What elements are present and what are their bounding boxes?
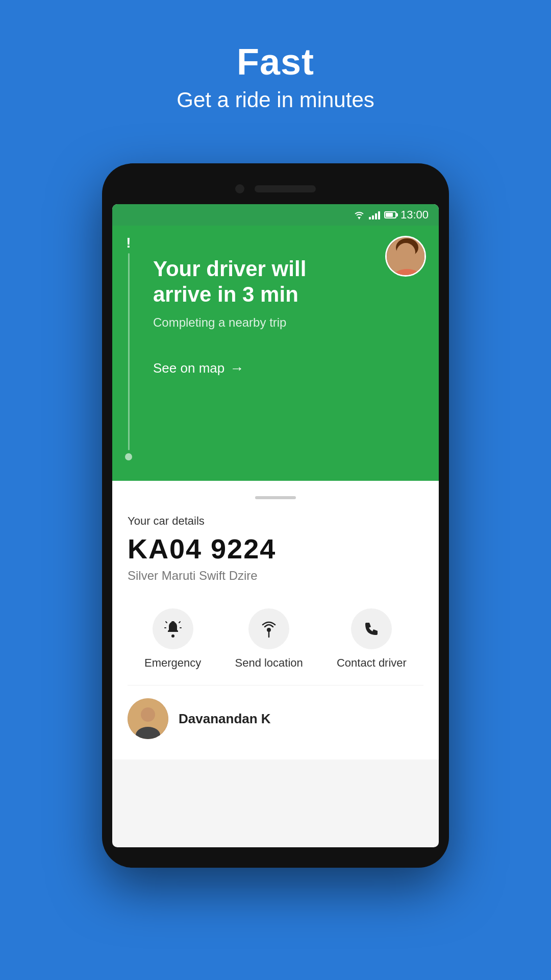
- bottom-driver-face-svg: [128, 698, 168, 739]
- left-bar-line: [128, 253, 130, 450]
- car-model-text: Silver Maruti Swift Dzire: [128, 569, 423, 583]
- bell-alert-icon: [164, 620, 182, 638]
- phone-top-bar: [112, 174, 439, 204]
- car-details-label: Your car details: [128, 514, 423, 528]
- wifi-icon: [354, 210, 365, 219]
- send-location-button[interactable]: Send location: [235, 608, 303, 670]
- driver-avatar-image: [387, 237, 424, 275]
- location-broadcast-icon: [260, 620, 278, 638]
- svg-rect-5: [171, 621, 174, 623]
- emergency-icon-circle: [153, 608, 193, 649]
- svg-point-6: [171, 634, 174, 638]
- action-buttons-row: Emergency Send location: [128, 603, 423, 685]
- green-card: !: [112, 226, 439, 481]
- send-location-label: Send location: [235, 656, 303, 670]
- front-camera: [235, 184, 244, 193]
- svg-marker-0: [358, 217, 361, 219]
- page-title: Fast: [0, 41, 551, 83]
- arrival-subtitle: Completing a nearby trip: [153, 315, 423, 330]
- svg-point-2: [396, 238, 418, 257]
- exclamation-mark: !: [126, 236, 131, 250]
- see-on-map-label: See on map: [153, 360, 224, 376]
- phone-mockup: 13:00 !: [102, 163, 449, 868]
- phone-screen: 13:00 !: [112, 204, 439, 847]
- see-on-map-button[interactable]: See on map →: [153, 360, 423, 377]
- arrival-title: Your driver will arrive in 3 min: [153, 256, 423, 308]
- send-location-icon-circle: [248, 608, 289, 649]
- phone-icon: [362, 620, 381, 638]
- header-section: Fast Get a ride in minutes: [0, 0, 551, 133]
- bottom-driver-row: Davanandan K: [128, 685, 423, 744]
- left-bar: !: [125, 236, 132, 460]
- driver-avatar: [385, 236, 426, 277]
- white-card: Your car details KA04 9224 Silver Maruti…: [112, 481, 439, 760]
- signal-icon: [369, 210, 380, 219]
- status-bar: 13:00: [112, 204, 439, 226]
- svg-point-14: [141, 707, 155, 722]
- drag-handle: [255, 496, 296, 499]
- page-subtitle: Get a ride in minutes: [0, 88, 551, 112]
- emergency-button[interactable]: Emergency: [144, 608, 201, 670]
- phone-outer: 13:00 !: [102, 163, 449, 868]
- svg-point-3: [399, 250, 415, 268]
- svg-line-7: [166, 622, 167, 623]
- left-bar-dot: [125, 453, 132, 460]
- emergency-label: Emergency: [144, 656, 201, 670]
- contact-driver-button[interactable]: Contact driver: [337, 608, 407, 670]
- status-icons: 13:00: [354, 208, 429, 222]
- arrow-right-icon: →: [230, 360, 244, 377]
- driver-name: Davanandan K: [179, 711, 271, 727]
- driver-face-svg: [387, 237, 426, 277]
- status-time: 13:00: [400, 208, 429, 222]
- phone-speaker: [255, 185, 316, 192]
- bottom-driver-avatar: [128, 698, 168, 739]
- driver-info: Your driver will arrive in 3 min Complet…: [128, 256, 423, 377]
- svg-line-8: [179, 622, 180, 623]
- car-plate-number: KA04 9224: [128, 533, 423, 565]
- contact-driver-icon-circle: [351, 608, 392, 649]
- bottom-driver-avatar-image: [128, 698, 168, 739]
- battery-icon: [384, 211, 396, 218]
- contact-driver-label: Contact driver: [337, 656, 407, 670]
